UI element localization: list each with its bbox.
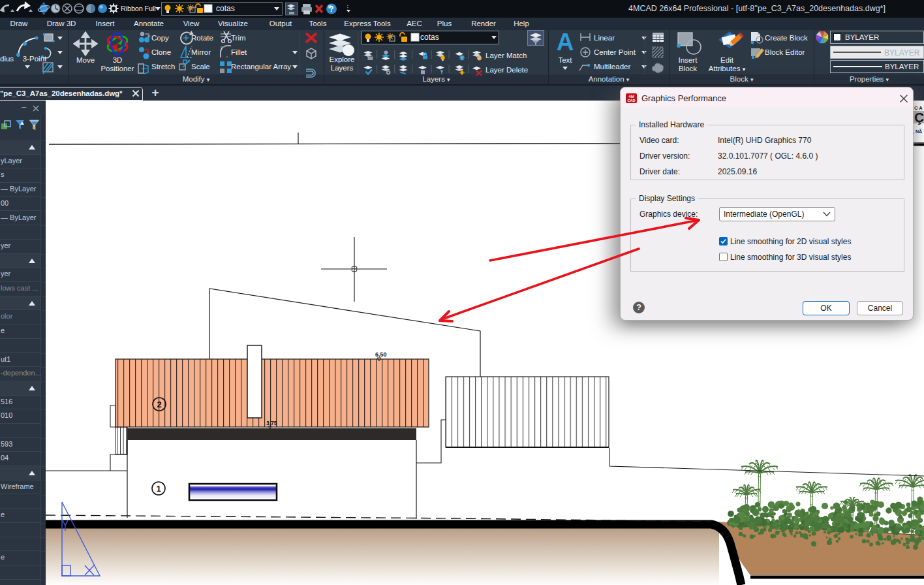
svg-text:2: 2 — [157, 400, 161, 409]
svg-text:, NÃ: , NÃ — [913, 129, 922, 134]
svg-text:1: 1 — [156, 484, 161, 494]
svg-text:6,50: 6,50 — [375, 351, 387, 358]
svg-text:3,75: 3,75 — [266, 420, 277, 426]
svg-text:?: ? — [329, 5, 333, 14]
svg-text:Ç: Ç — [914, 110, 924, 125]
svg-text:CAD: CAD — [628, 99, 636, 103]
